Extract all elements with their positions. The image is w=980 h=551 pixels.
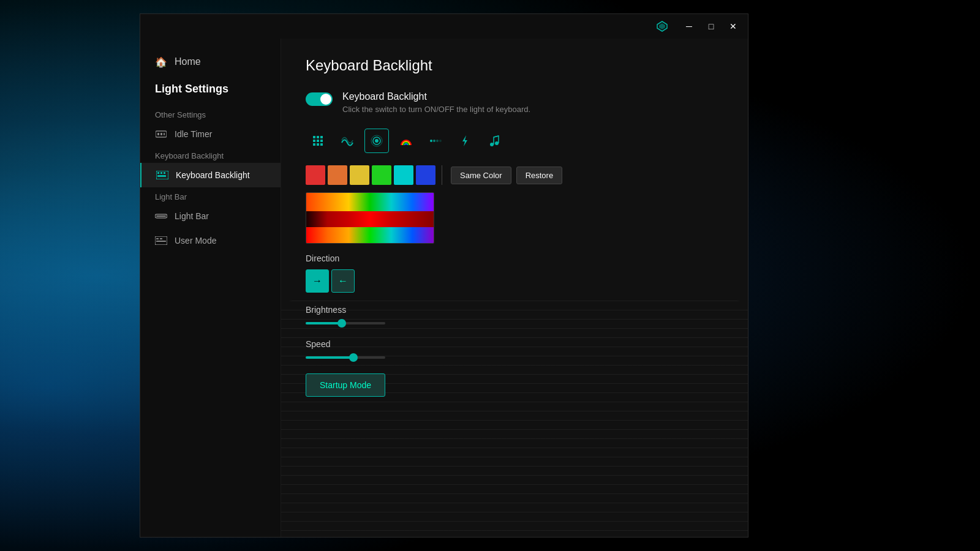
gradient-red-dark-strip bbox=[306, 211, 434, 227]
light-bar-icon bbox=[155, 210, 167, 222]
gradient-colors-strip bbox=[306, 227, 434, 243]
sidebar-section-title: Light Settings bbox=[140, 78, 281, 105]
svg-rect-18 bbox=[317, 136, 319, 138]
restore-button[interactable]: Restore bbox=[516, 167, 563, 184]
swatch-yellow[interactable] bbox=[350, 165, 369, 185]
brightness-slider-track[interactable] bbox=[306, 322, 385, 324]
sidebar-item-keyboard-backlight[interactable]: Keyboard Backlight bbox=[140, 163, 281, 187]
svg-rect-21 bbox=[317, 140, 319, 142]
swatch-cyan[interactable] bbox=[394, 165, 413, 185]
title-bar-controls: ─ □ ✕ bbox=[652, 18, 743, 35]
home-icon: 🏠 bbox=[155, 56, 167, 68]
startup-mode-button[interactable]: Startup Mode bbox=[306, 373, 385, 397]
svg-point-35 bbox=[495, 141, 499, 145]
svg-rect-3 bbox=[157, 133, 159, 135]
direction-backward-icon: ← bbox=[338, 276, 348, 287]
minimize-button[interactable]: ─ bbox=[679, 18, 699, 35]
brightness-label: Brightness bbox=[306, 305, 723, 315]
svg-marker-33 bbox=[462, 135, 467, 146]
svg-rect-20 bbox=[313, 140, 315, 142]
effect-ripple-btn[interactable] bbox=[364, 129, 389, 153]
same-color-button[interactable]: Same Color bbox=[451, 167, 511, 184]
title-bar: ─ □ ✕ bbox=[140, 14, 748, 39]
speed-section: Speed bbox=[306, 339, 723, 359]
brightness-section: Brightness bbox=[306, 305, 723, 324]
sidebar: 🏠 Home Light Settings Other Settings Idl… bbox=[140, 39, 281, 537]
brightness-slider-thumb[interactable] bbox=[337, 319, 346, 328]
effect-music-btn[interactable] bbox=[482, 129, 507, 153]
color-swatches-row: Same Color Restore bbox=[306, 165, 723, 185]
user-mode-icon bbox=[155, 234, 167, 247]
swatch-blue[interactable] bbox=[416, 165, 435, 185]
svg-rect-14 bbox=[156, 238, 159, 239]
toggle-info: Keyboard Backlight Click the switch to t… bbox=[342, 91, 530, 114]
idle-timer-label: Idle Timer bbox=[175, 129, 212, 139]
direction-label: Direction bbox=[306, 253, 723, 263]
svg-rect-8 bbox=[160, 172, 162, 174]
svg-rect-19 bbox=[320, 136, 323, 138]
svg-line-36 bbox=[494, 136, 499, 137]
page-title: Keyboard Backlight bbox=[306, 57, 723, 74]
speed-slider-fill bbox=[306, 356, 353, 359]
light-bar-label: Light Bar bbox=[175, 211, 209, 221]
user-mode-label: User Mode bbox=[175, 236, 216, 246]
svg-point-29 bbox=[430, 140, 432, 142]
close-button[interactable]: ✕ bbox=[723, 18, 743, 35]
effect-static-btn[interactable] bbox=[306, 129, 330, 153]
sidebar-item-light-bar[interactable]: Light Bar bbox=[140, 204, 281, 228]
svg-point-32 bbox=[439, 140, 442, 142]
swatch-divider bbox=[442, 165, 442, 185]
effect-wave-btn[interactable] bbox=[335, 129, 360, 153]
effect-icons-row bbox=[306, 129, 723, 153]
sidebar-group-keyboard-backlight: Keyboard Backlight bbox=[140, 146, 281, 163]
swatch-green[interactable] bbox=[372, 165, 391, 185]
keyboard-backlight-icon bbox=[156, 169, 168, 181]
sidebar-group-other-settings: Other Settings bbox=[140, 105, 281, 122]
maximize-button[interactable]: □ bbox=[701, 18, 721, 35]
svg-rect-15 bbox=[160, 238, 162, 239]
brightness-slider-fill bbox=[306, 322, 342, 324]
svg-point-30 bbox=[433, 140, 435, 142]
sidebar-item-idle-timer[interactable]: Idle Timer bbox=[140, 122, 281, 146]
svg-rect-23 bbox=[313, 143, 315, 146]
swatch-orange[interactable] bbox=[328, 165, 347, 185]
svg-rect-7 bbox=[157, 172, 159, 174]
effect-rainbow-btn[interactable] bbox=[394, 129, 418, 153]
svg-rect-10 bbox=[157, 175, 166, 177]
svg-rect-5 bbox=[164, 133, 165, 135]
effect-marquee-btn[interactable] bbox=[423, 129, 448, 153]
gradient-rainbow-strip bbox=[306, 193, 434, 211]
svg-rect-25 bbox=[320, 143, 323, 146]
svg-rect-17 bbox=[313, 136, 315, 138]
speed-label: Speed bbox=[306, 339, 723, 349]
toggle-title: Keyboard Backlight bbox=[342, 91, 530, 102]
svg-rect-4 bbox=[160, 133, 162, 135]
speed-slider-track[interactable] bbox=[306, 356, 385, 359]
svg-marker-1 bbox=[659, 23, 665, 29]
effect-flash-btn[interactable] bbox=[453, 129, 477, 153]
speed-slider-thumb[interactable] bbox=[349, 353, 358, 362]
gradient-container[interactable] bbox=[306, 192, 434, 244]
svg-rect-16 bbox=[156, 241, 166, 242]
direction-forward-button[interactable]: → bbox=[306, 269, 329, 293]
app-body: 🏠 Home Light Settings Other Settings Idl… bbox=[140, 39, 748, 537]
sidebar-home-label: Home bbox=[175, 56, 201, 67]
toggle-section: Keyboard Backlight Click the switch to t… bbox=[306, 91, 723, 114]
swatch-red[interactable] bbox=[306, 165, 325, 185]
sidebar-home[interactable]: 🏠 Home bbox=[140, 51, 281, 73]
svg-rect-12 bbox=[156, 216, 166, 217]
color-section: Same Color Restore bbox=[306, 165, 723, 244]
svg-rect-24 bbox=[317, 143, 319, 146]
keyboard-backlight-toggle[interactable] bbox=[306, 92, 333, 106]
app-window: ─ □ ✕ 🏠 Home Light Settings Other Settin… bbox=[140, 13, 748, 538]
direction-buttons: → ← bbox=[306, 269, 723, 293]
direction-backward-button[interactable]: ← bbox=[331, 269, 355, 293]
svg-point-31 bbox=[436, 140, 439, 142]
direction-forward-icon: → bbox=[312, 276, 322, 287]
app-logo bbox=[652, 18, 672, 35]
svg-point-34 bbox=[490, 143, 494, 146]
sidebar-item-user-mode[interactable]: User Mode bbox=[140, 228, 281, 253]
idle-timer-icon bbox=[155, 128, 167, 140]
toggle-desc: Click the switch to turn ON/OFF the ligh… bbox=[342, 105, 530, 114]
keyboard-backlight-item-label: Keyboard Backlight bbox=[176, 170, 250, 180]
